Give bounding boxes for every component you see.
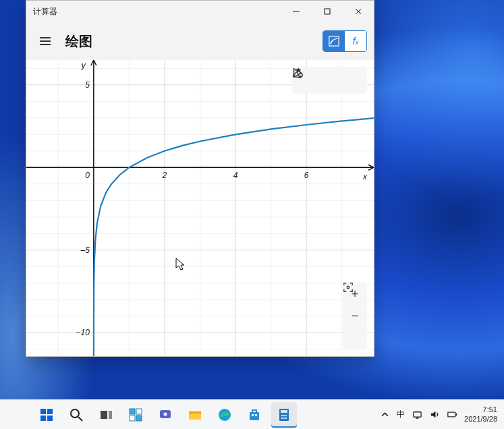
svg-line-56	[78, 417, 82, 421]
svg-rect-69	[255, 414, 257, 416]
svg-rect-58	[109, 411, 112, 419]
svg-rect-52	[47, 409, 53, 414]
start-button[interactable]	[34, 402, 59, 428]
clock-date: 2021/9/28	[464, 415, 497, 424]
svg-point-49	[299, 74, 302, 77]
titlebar[interactable]: 计算器	[26, 1, 374, 22]
minimize-icon	[293, 8, 300, 15]
equation-view-button[interactable]: fx	[345, 31, 366, 51]
clock-time: 7:51	[464, 405, 497, 415]
close-button[interactable]	[343, 1, 374, 22]
svg-rect-81	[455, 413, 457, 416]
hamburger-icon	[40, 37, 51, 45]
svg-point-50	[347, 286, 349, 289]
maximize-icon	[324, 8, 331, 15]
graph-mode-toggle: fx	[323, 30, 367, 52]
window-title: 计算器	[33, 6, 57, 18]
calculator-taskbar-button[interactable]	[271, 402, 297, 428]
share-button[interactable]	[318, 69, 340, 91]
maximize-button[interactable]	[312, 1, 343, 22]
widgets-button[interactable]	[123, 402, 148, 428]
minimize-button[interactable]	[281, 1, 312, 22]
clock[interactable]: 7:51 2021/9/28	[464, 405, 500, 424]
network-button[interactable]	[412, 409, 422, 420]
svg-rect-54	[47, 416, 53, 421]
widgets-icon	[128, 407, 143, 422]
zoom-fit-button[interactable]	[344, 326, 366, 348]
svg-text:y: y	[81, 61, 86, 70]
svg-point-77	[285, 417, 287, 418]
folder-icon	[188, 407, 202, 422]
close-icon	[355, 8, 362, 15]
toolbar: 绘图 fx	[26, 22, 374, 60]
chat-button[interactable]	[152, 402, 178, 428]
taskbar: 中 7:51 2021/9/28	[0, 399, 504, 429]
edge-button[interactable]	[212, 402, 237, 428]
svg-rect-53	[40, 416, 46, 421]
zoom-controls: + −	[343, 282, 367, 349]
graph-view-button[interactable]	[323, 31, 345, 51]
graph-toolbar	[291, 67, 367, 94]
svg-point-72	[281, 414, 283, 416]
svg-text:–5: –5	[80, 246, 90, 255]
hamburger-menu-button[interactable]	[33, 29, 57, 53]
graph-options-button[interactable]	[343, 69, 364, 91]
mode-title: 绘图	[65, 32, 92, 51]
svg-text:2: 2	[162, 171, 167, 180]
graph-view-icon	[329, 36, 339, 47]
graph-options-icon	[291, 67, 304, 79]
file-explorer-button[interactable]	[182, 402, 208, 428]
svg-point-74	[285, 414, 287, 416]
battery-button[interactable]	[447, 409, 457, 420]
svg-rect-59	[130, 409, 135, 414]
calculator-icon	[277, 407, 291, 422]
svg-text:6: 6	[304, 171, 309, 180]
store-button[interactable]	[242, 402, 267, 428]
svg-point-76	[283, 417, 285, 418]
calculator-window: 计算器 绘图 fx 246–	[26, 0, 374, 357]
chat-icon	[158, 407, 173, 422]
svg-rect-80	[447, 412, 455, 417]
volume-button[interactable]	[429, 409, 440, 420]
svg-point-64	[164, 412, 167, 416]
search-button[interactable]	[63, 402, 89, 428]
svg-point-75	[281, 417, 283, 418]
svg-rect-68	[252, 414, 254, 416]
windows-icon	[39, 407, 54, 422]
zoom-fit-icon	[343, 282, 354, 293]
svg-rect-62	[136, 416, 142, 421]
svg-rect-1	[325, 9, 330, 14]
svg-text:x: x	[362, 172, 368, 181]
svg-rect-65	[189, 411, 201, 413]
task-view-button[interactable]	[93, 402, 119, 428]
graph-plot: 246–10–550xy	[26, 60, 374, 356]
svg-text:5: 5	[85, 80, 90, 90]
taskbar-apps	[34, 400, 297, 429]
svg-rect-78	[413, 412, 420, 418]
svg-text:0: 0	[85, 171, 90, 180]
zoom-out-button[interactable]: −	[344, 305, 366, 326]
system-tray: 中 7:51 2021/9/28	[379, 400, 500, 429]
svg-rect-61	[130, 416, 135, 421]
svg-rect-60	[136, 409, 142, 414]
store-icon	[247, 407, 262, 422]
svg-rect-67	[250, 412, 259, 420]
fx-icon: fx	[353, 36, 358, 47]
ime-indicator[interactable]: 中	[397, 409, 405, 420]
graph-canvas[interactable]: 246–10–550xy + −	[26, 60, 374, 356]
svg-rect-57	[101, 411, 107, 419]
svg-point-73	[283, 414, 285, 416]
edge-icon	[217, 407, 232, 422]
svg-rect-51	[40, 409, 46, 414]
tray-overflow-button[interactable]	[379, 409, 390, 420]
task-view-icon	[99, 407, 113, 422]
svg-text:4: 4	[233, 171, 238, 180]
svg-rect-71	[281, 410, 287, 413]
svg-text:–10: –10	[76, 328, 90, 337]
search-icon	[69, 407, 84, 422]
svg-point-55	[71, 409, 79, 418]
